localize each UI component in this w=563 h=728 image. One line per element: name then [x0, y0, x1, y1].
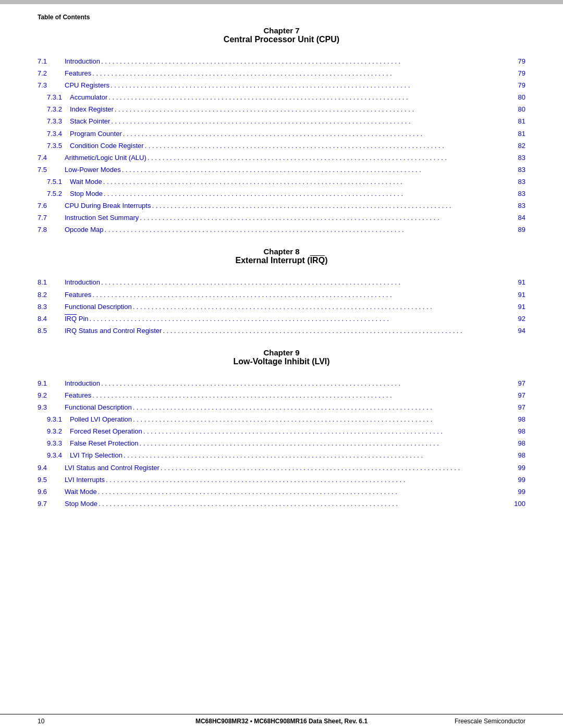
toc-link[interactable]: CPU During Break Interrupts: [65, 200, 151, 212]
toc-row[interactable]: 9.3.3False Reset Protection . . . . . . …: [38, 438, 525, 449]
toc-dots: . . . . . . . . . . . . . . . . . . . . …: [143, 426, 510, 437]
toc-link[interactable]: Instruction Set Summary: [65, 212, 139, 224]
toc-number: 9.1: [38, 378, 65, 389]
toc-link[interactable]: Stack Pointer: [70, 116, 110, 127]
toc-row[interactable]: 8.2Features . . . . . . . . . . . . . . …: [38, 289, 525, 301]
toc-row[interactable]: 9.5LVI Interrupts . . . . . . . . . . . …: [38, 474, 525, 486]
toc-row[interactable]: 7.3.5Condition Code Register . . . . . .…: [38, 140, 525, 152]
toc-row[interactable]: 7.3.2Index Register . . . . . . . . . . …: [38, 104, 525, 115]
toc-link[interactable]: False Reset Protection: [70, 438, 139, 449]
toc-row[interactable]: 7.3.1Accumulator . . . . . . . . . . . .…: [38, 92, 525, 103]
chapter-title-ch8: External Interrupt (IRQ): [38, 256, 525, 265]
toc-number: 7.6: [38, 200, 65, 212]
toc-page: 94: [511, 325, 525, 337]
toc-row[interactable]: 9.6Wait Mode . . . . . . . . . . . . . .…: [38, 486, 525, 498]
toc-row[interactable]: 9.3Functional Description . . . . . . . …: [38, 402, 525, 413]
toc-row[interactable]: 7.4Arithmetic/Logic Unit (ALU) . . . . .…: [38, 152, 525, 164]
toc-link[interactable]: LVI Trip Selection: [70, 450, 123, 461]
toc-page: 98: [511, 426, 525, 437]
toc-row[interactable]: 7.1Introduction . . . . . . . . . . . . …: [38, 56, 525, 67]
toc-link[interactable]: Wait Mode: [70, 176, 102, 188]
toc-dots: . . . . . . . . . . . . . . . . . . . . …: [92, 68, 510, 79]
toc-link[interactable]: Features: [65, 390, 91, 401]
toc-row[interactable]: 7.7Instruction Set Summary . . . . . . .…: [38, 212, 525, 224]
toc-row[interactable]: 9.1Introduction . . . . . . . . . . . . …: [38, 378, 525, 389]
toc-link[interactable]: LVI Status and Control Register: [65, 462, 160, 474]
toc-dots: . . . . . . . . . . . . . . . . . . . . …: [133, 301, 510, 313]
chapter-heading-ch9: Chapter 9Low-Voltage Inhibit (LVI): [38, 348, 525, 366]
toc-row[interactable]: 7.3.3Stack Pointer . . . . . . . . . . .…: [38, 116, 525, 127]
toc-number: 7.3.4: [38, 128, 70, 140]
toc-link[interactable]: Condition Code Register: [70, 140, 144, 152]
toc-row[interactable]: 7.3CPU Registers . . . . . . . . . . . .…: [38, 80, 525, 91]
toc-link[interactable]: Features: [65, 289, 91, 301]
toc-link[interactable]: Introduction: [65, 378, 100, 389]
chapter-line-ch9: Chapter 9: [38, 348, 525, 357]
toc-page: 91: [511, 277, 525, 288]
toc-link[interactable]: Functional Description: [65, 301, 132, 313]
toc-link[interactable]: IRQ Pin: [65, 313, 89, 325]
toc-row[interactable]: 8.5IRQ Status and Control Register . . .…: [38, 325, 525, 337]
toc-dots: . . . . . . . . . . . . . . . . . . . . …: [90, 313, 510, 325]
toc-row[interactable]: 9.3.2Forced Reset Operation . . . . . . …: [38, 426, 525, 437]
toc-row[interactable]: 7.8Opcode Map . . . . . . . . . . . . . …: [38, 224, 525, 236]
toc-row[interactable]: 7.5.2Stop Mode . . . . . . . . . . . . .…: [38, 188, 525, 200]
toc-page: 100: [511, 498, 525, 510]
toc-dots: . . . . . . . . . . . . . . . . . . . . …: [124, 450, 510, 461]
toc-link[interactable]: Stop Mode: [70, 188, 103, 200]
toc-row[interactable]: 9.4LVI Status and Control Register . . .…: [38, 462, 525, 474]
toc-dots: . . . . . . . . . . . . . . . . . . . . …: [104, 224, 510, 236]
toc-page: 79: [511, 68, 525, 79]
toc-dots: . . . . . . . . . . . . . . . . . . . . …: [140, 438, 510, 449]
toc-number: 7.8: [38, 224, 65, 236]
toc-row[interactable]: 7.3.4Program Counter . . . . . . . . . .…: [38, 128, 525, 140]
toc-row[interactable]: 8.3Functional Description . . . . . . . …: [38, 301, 525, 313]
toc-dots: . . . . . . . . . . . . . . . . . . . . …: [92, 390, 510, 401]
toc-entries-ch8: 8.1Introduction . . . . . . . . . . . . …: [38, 277, 525, 336]
toc-link[interactable]: Wait Mode: [65, 486, 97, 498]
toc-page: 83: [511, 164, 525, 176]
toc-page: 98: [511, 438, 525, 449]
toc-link[interactable]: Forced Reset Operation: [70, 426, 142, 437]
toc-number: 7.7: [38, 212, 65, 224]
toc-row[interactable]: 9.7Stop Mode . . . . . . . . . . . . . .…: [38, 498, 525, 510]
toc-row[interactable]: 8.1Introduction . . . . . . . . . . . . …: [38, 277, 525, 288]
toc-link[interactable]: Accumulator: [70, 92, 107, 103]
section-label: Table of Contents: [38, 14, 525, 21]
toc-link[interactable]: Polled LVI Operation: [70, 414, 132, 425]
toc-dots: . . . . . . . . . . . . . . . . . . . . …: [111, 80, 510, 91]
toc-link[interactable]: Stop Mode: [65, 498, 97, 510]
toc-row[interactable]: 7.6CPU During Break Interrupts . . . . .…: [38, 200, 525, 212]
toc-dots: . . . . . . . . . . . . . . . . . . . . …: [122, 164, 510, 176]
toc-entries-ch7: 7.1Introduction . . . . . . . . . . . . …: [38, 56, 525, 236]
footer: 10 MC68HC908MR32 • MC68HC908MR16 Data Sh…: [0, 714, 563, 728]
toc-number: 9.7: [38, 498, 65, 510]
toc-link[interactable]: IRQ Status and Control Register: [65, 325, 162, 337]
toc-link[interactable]: Arithmetic/Logic Unit (ALU): [65, 152, 146, 164]
toc-link[interactable]: Features: [65, 68, 91, 79]
toc-link[interactable]: Index Register: [70, 104, 114, 115]
toc-page: 83: [511, 200, 525, 212]
toc-dots: . . . . . . . . . . . . . . . . . . . . …: [92, 289, 510, 301]
toc-link[interactable]: Program Counter: [70, 128, 122, 140]
toc-link[interactable]: CPU Registers: [65, 80, 109, 91]
toc-link[interactable]: Introduction: [65, 277, 100, 288]
toc-number: 9.3.4: [38, 450, 70, 461]
toc-link[interactable]: Opcode Map: [65, 224, 103, 236]
toc-link[interactable]: LVI Interrupts: [65, 474, 105, 486]
toc-link[interactable]: Low-Power Modes: [65, 164, 121, 176]
toc-number: 7.3: [38, 80, 65, 91]
toc-row[interactable]: 7.5.1Wait Mode . . . . . . . . . . . . .…: [38, 176, 525, 188]
toc-row[interactable]: 9.2Features . . . . . . . . . . . . . . …: [38, 390, 525, 401]
toc-row[interactable]: 9.3.4LVI Trip Selection . . . . . . . . …: [38, 450, 525, 461]
toc-dots: . . . . . . . . . . . . . . . . . . . . …: [101, 277, 510, 288]
toc-row[interactable]: 9.3.1Polled LVI Operation . . . . . . . …: [38, 414, 525, 425]
toc-number: 8.3: [38, 301, 65, 313]
toc-row[interactable]: 7.5Low-Power Modes . . . . . . . . . . .…: [38, 164, 525, 176]
toc-page: 79: [511, 80, 525, 91]
toc-row[interactable]: 8.4IRQ Pin . . . . . . . . . . . . . . .…: [38, 313, 525, 325]
toc-link[interactable]: Introduction: [65, 56, 100, 67]
toc-link[interactable]: Functional Description: [65, 402, 132, 413]
toc-number: 9.3: [38, 402, 65, 413]
toc-row[interactable]: 7.2Features . . . . . . . . . . . . . . …: [38, 68, 525, 79]
